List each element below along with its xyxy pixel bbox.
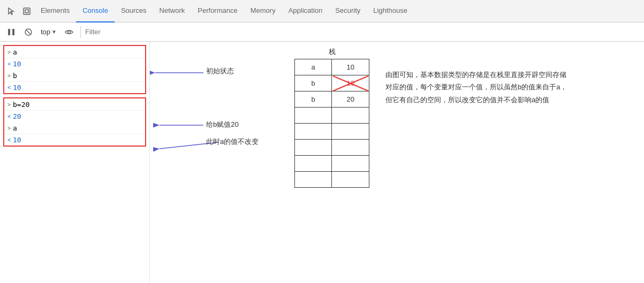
- svg-rect-2: [8, 29, 10, 35]
- description-text: 由图可知，基本数据类型的存储是在栈里直接开辟空间存储对应的值，每个变量对应一个值…: [385, 68, 567, 106]
- table-row-empty: [295, 108, 369, 124]
- stack-cell: a: [295, 59, 332, 75]
- console-row: > a: [4, 46, 145, 58]
- block-button[interactable]: [21, 25, 35, 39]
- console-row: < 10: [4, 58, 145, 70]
- output-arrow: <: [7, 113, 11, 119]
- console-row: > b=20: [4, 98, 145, 110]
- output-arrow: <: [7, 61, 11, 67]
- console-group-1: > a < 10 > b < 10: [3, 45, 146, 94]
- console-row: < 10: [4, 81, 145, 93]
- tab-memory[interactable]: Memory: [244, 0, 282, 22]
- annotation-area: 初始状态 给b赋值20 此时a的值不改变 栈 a 10 b 10: [150, 42, 644, 283]
- stack-cell: 10: [332, 75, 369, 91]
- console-value: 10: [13, 60, 21, 68]
- output-arrow: <: [7, 85, 11, 90]
- console-panel: > a < 10 > b < 10 > b=20 <: [0, 42, 150, 283]
- input-arrow: >: [7, 125, 11, 131]
- table-row: b 20: [295, 91, 369, 108]
- svg-rect-3: [12, 29, 14, 35]
- top-label: top: [41, 28, 50, 36]
- console-toolbar: top ▼: [0, 22, 644, 42]
- tab-application[interactable]: Application: [282, 0, 329, 22]
- table-row-empty: [295, 172, 369, 188]
- tab-sources[interactable]: Sources: [115, 0, 153, 22]
- assign-b-label: 给b赋值20: [206, 120, 239, 129]
- devtools-tabbar: Elements Console Sources Network Perform…: [0, 0, 644, 22]
- table-row-empty: [295, 124, 369, 140]
- table-row: b 10: [295, 75, 369, 91]
- console-value: a: [13, 48, 17, 56]
- tab-elements[interactable]: Elements: [34, 0, 76, 22]
- cursor-icon[interactable]: [4, 4, 19, 19]
- table-row-empty: [295, 156, 369, 172]
- stack-cell: b: [295, 75, 332, 91]
- console-value: 20: [13, 112, 21, 120]
- console-row: < 10: [4, 134, 145, 146]
- svg-point-6: [67, 30, 70, 33]
- svg-rect-0: [24, 8, 30, 14]
- console-value: 10: [13, 136, 21, 144]
- tab-performance[interactable]: Performance: [191, 0, 244, 22]
- input-arrow: >: [7, 102, 11, 108]
- console-group-2: > b=20 < 20 > a < 10: [3, 97, 146, 147]
- stack-table: a 10 b 10 b 20: [294, 59, 369, 188]
- input-arrow: >: [7, 73, 11, 79]
- eye-button[interactable]: [62, 25, 76, 39]
- play-button[interactable]: [4, 25, 18, 39]
- tab-console[interactable]: Console: [76, 0, 115, 22]
- stack-cell: b: [295, 91, 332, 108]
- console-row: < 20: [4, 110, 145, 122]
- console-value: b: [13, 72, 17, 80]
- console-row: > b: [4, 70, 145, 81]
- tab-network[interactable]: Network: [153, 0, 192, 22]
- filter-input[interactable]: [85, 28, 640, 36]
- stack-cell: 10: [332, 59, 369, 75]
- layers-icon[interactable]: [19, 4, 34, 19]
- output-arrow: <: [7, 137, 11, 143]
- svg-rect-1: [25, 10, 28, 13]
- console-value: a: [13, 124, 17, 132]
- table-row: a 10: [295, 59, 369, 75]
- stack-cell: 20: [332, 91, 369, 108]
- main-content: > a < 10 > b < 10 > b=20 <: [0, 42, 644, 283]
- chevron-down-icon: ▼: [51, 29, 57, 35]
- top-selector[interactable]: top ▼: [39, 27, 59, 37]
- a-unchanged-label: 此时a的值不改变: [206, 137, 259, 147]
- stack-title: 栈: [294, 47, 369, 57]
- initial-state-label: 初始状态: [206, 66, 234, 76]
- table-row-empty: [295, 140, 369, 156]
- console-value: 10: [13, 83, 21, 91]
- svg-line-5: [26, 29, 31, 34]
- stack-diagram: 栈 a 10 b 10 b 20: [294, 47, 369, 188]
- tab-lighthouse[interactable]: Lighthouse: [367, 0, 414, 22]
- tab-security[interactable]: Security: [329, 0, 367, 22]
- console-value: b=20: [13, 101, 29, 109]
- input-arrow: >: [7, 49, 11, 55]
- console-row: > a: [4, 122, 145, 134]
